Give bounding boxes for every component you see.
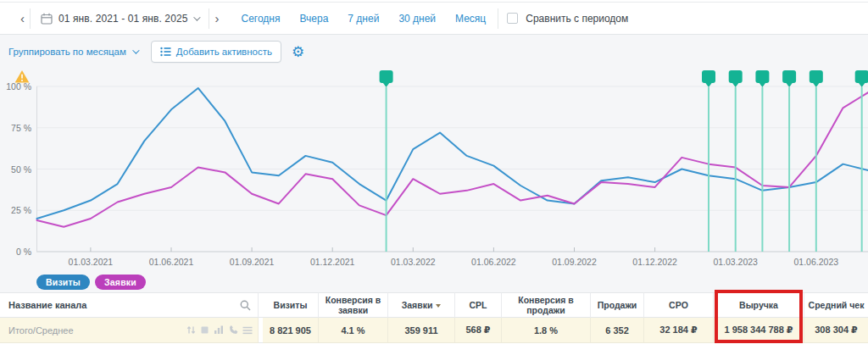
sort-desc-icon [436, 304, 441, 308]
compare-control: Сравнить с периодом [498, 8, 628, 29]
legend-pill-leads[interactable]: Заявки [95, 275, 146, 290]
activity-marker-pin[interactable] [755, 70, 769, 83]
x-axis-label: 01.12.2021 [310, 257, 355, 267]
chart-icon[interactable] [214, 325, 224, 335]
activity-marker-pin[interactable] [855, 70, 868, 83]
column-header-visits[interactable]: Визиты [263, 292, 319, 318]
date-toolbar: ‹ 01 янв. 2021 - 01 янв. 2025 › Сегодня … [0, 3, 868, 35]
x-axis-label: 01.09.2021 [230, 257, 275, 267]
activity-marker-pin[interactable] [810, 70, 823, 83]
quick-link-7days[interactable]: 7 дней [348, 13, 379, 25]
gear-icon[interactable]: ⚙ [292, 45, 304, 59]
divider [30, 8, 31, 29]
chevron-down-icon [194, 14, 201, 20]
quick-link-today[interactable]: Сегодня [241, 13, 280, 25]
x-axis-label: 01.03.2021 [69, 257, 114, 267]
x-axis-label: 01.03.2023 [713, 257, 758, 267]
quick-link-30days[interactable]: 30 дней [398, 13, 436, 25]
activity-marker-pin[interactable] [782, 70, 796, 83]
date-range-picker[interactable]: 01 янв. 2021 - 01 янв. 2025 [41, 13, 198, 25]
table-header-row: Название канала Визиты Конверсия в заявк… [0, 292, 868, 318]
calendar-icon [41, 13, 53, 25]
x-axis-label: 01.06.2021 [149, 257, 194, 267]
quick-link-month[interactable]: Месяц [455, 13, 486, 25]
chart-toolbar: Группировать по месяцам Добавить активно… [0, 35, 868, 69]
chart-legend: Визиты Заявки [36, 275, 146, 290]
group-by-dropdown[interactable]: Группировать по месяцам [8, 47, 137, 57]
channels-table: Название канала Визиты Конверсия в заявк… [0, 292, 868, 343]
column-header-cpo[interactable]: CPO [644, 292, 714, 318]
x-axis-label: 01.03.2022 [391, 257, 436, 267]
add-activity-label: Добавить активность [176, 47, 272, 57]
series-line-визиты [37, 88, 868, 219]
y-axis-label: 75 % [11, 123, 31, 133]
total-conversion-sales-cell: 1.8 % [502, 318, 591, 343]
total-row-name-cell: Итого/Среднее [0, 318, 259, 343]
stop-icon[interactable] [200, 325, 209, 335]
compare-checkbox[interactable] [507, 13, 518, 24]
list-icon [160, 47, 171, 57]
column-header-avg-check[interactable]: Средний чек [804, 292, 868, 318]
total-leads-cell: 359 911 [388, 318, 455, 343]
table-total-row: Итого/Среднее [0, 318, 868, 343]
warning-icon[interactable] [14, 69, 30, 84]
chevron-down-icon [132, 47, 139, 53]
column-header-leads[interactable]: Заявки [388, 292, 455, 318]
y-axis-label: 0 % [16, 247, 31, 257]
x-axis-label: 01.06.2022 [471, 257, 516, 267]
quick-link-yesterday[interactable]: Вчера [299, 13, 328, 25]
column-header-channel[interactable]: Название канала [0, 292, 259, 318]
activity-marker-pin[interactable] [702, 70, 715, 83]
next-period-button[interactable]: › [209, 8, 224, 28]
total-visits-cell: 8 821 905 [263, 318, 319, 343]
activity-marker-pin[interactable] [729, 70, 743, 83]
x-axis-label: 01.09.2022 [552, 257, 597, 267]
menu-icon[interactable] [242, 326, 253, 335]
total-revenue-cell: 1 958 344 788 ₽ [714, 318, 804, 343]
analytics-dashboard: ‹ 01 янв. 2021 - 01 янв. 2025 › Сегодня … [0, 0, 868, 344]
phone-icon[interactable] [228, 325, 238, 336]
column-header-sales[interactable]: Продажи [591, 292, 644, 318]
legend-pill-visits[interactable]: Визиты [36, 275, 90, 290]
total-cpo-cell: 32 184 ₽ [644, 318, 714, 343]
add-activity-button[interactable]: Добавить активность [151, 41, 281, 63]
y-axis-label: 50 % [11, 164, 31, 175]
x-axis-label: 01.06.2023 [794, 257, 839, 267]
column-header-conversion-sales[interactable]: Конверсия в продажи [502, 292, 591, 318]
chart-section: Группировать по месяцам Добавить активно… [0, 35, 868, 292]
total-cpl-cell: 568 ₽ [455, 318, 502, 343]
column-header-revenue[interactable]: Выручка [714, 292, 804, 318]
total-sales-cell: 6 352 [591, 318, 644, 343]
group-by-label: Группировать по месяцам [8, 47, 126, 57]
series-line-заявки [37, 92, 868, 227]
line-chart: 100 %75 %50 %25 %0 %01.03.202101.06.2021… [0, 68, 868, 271]
total-conversion-leads-cell: 4.1 % [319, 318, 388, 343]
row-action-icons [186, 325, 253, 336]
prev-period-button[interactable]: ‹ [15, 8, 30, 28]
compare-label[interactable]: Сравнить с периодом [526, 13, 628, 25]
quick-period-links: Сегодня Вчера 7 дней 30 дней Месяц [241, 13, 486, 25]
sort-arrows-icon[interactable] [186, 325, 196, 335]
divider [498, 8, 498, 29]
date-range-text: 01 янв. 2021 - 01 янв. 2025 [58, 13, 187, 25]
column-header-conversion-leads[interactable]: Конверсия в заявки [319, 292, 388, 318]
column-header-cpl[interactable]: CPL [455, 292, 502, 318]
y-axis-label: 25 % [11, 205, 31, 215]
chart-canvas: 100 %75 %50 %25 %0 %01.03.202101.06.2021… [0, 68, 868, 271]
total-avg-check-cell: 308 304 ₽ [804, 318, 868, 343]
activity-marker-pin[interactable] [380, 70, 393, 83]
search-icon[interactable] [240, 300, 251, 311]
x-axis-label: 01.12.2022 [632, 257, 677, 267]
